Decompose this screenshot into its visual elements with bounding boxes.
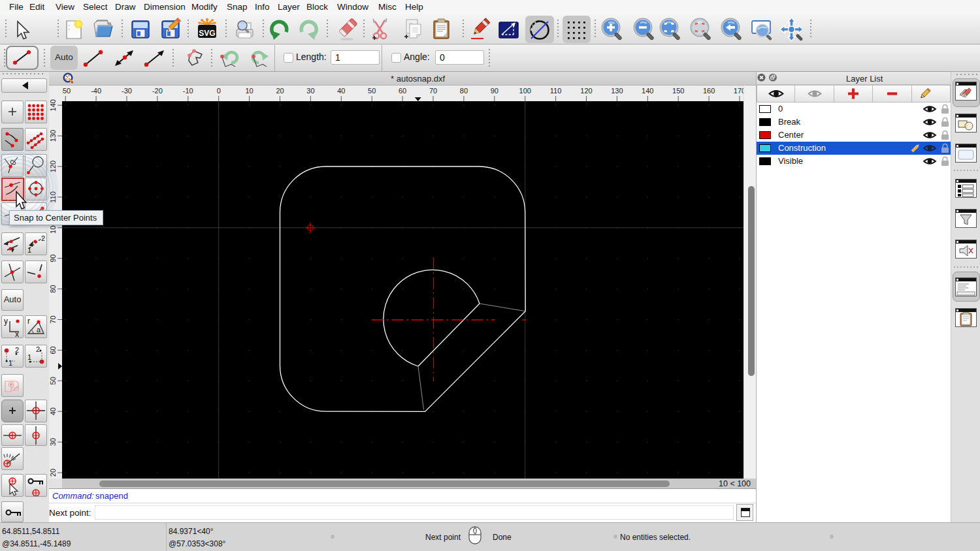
svg-text:120: 120 (49, 161, 57, 172)
svg-text:0: 0 (217, 87, 221, 95)
svg-text:1: 1 (8, 359, 12, 367)
svg-text:10: 10 (245, 87, 253, 95)
svg-text:1: 1 (27, 353, 31, 361)
svg-text:40: 40 (49, 407, 57, 415)
svg-text:-50: -50 (62, 87, 71, 95)
svg-text:1: 1 (27, 246, 31, 254)
svg-text:150: 150 (672, 87, 684, 95)
svg-text:50: 50 (368, 87, 376, 95)
svg-text:130: 130 (611, 87, 623, 95)
svg-text:160: 160 (703, 87, 715, 95)
svg-text:-30: -30 (122, 87, 132, 95)
svg-text:100: 100 (519, 87, 531, 95)
svg-text:140: 140 (642, 87, 653, 95)
svg-text:170: 170 (734, 87, 743, 95)
svg-text:y: y (4, 317, 8, 326)
svg-text:20: 20 (49, 469, 57, 477)
svg-text:2: 2 (41, 234, 45, 242)
svg-text:-40: -40 (91, 87, 101, 95)
svg-text:2: 2 (36, 345, 40, 353)
svg-text:40: 40 (337, 87, 345, 95)
svg-text:a: a (37, 326, 41, 334)
svg-text:2: 2 (15, 346, 19, 354)
svg-text:20: 20 (276, 87, 284, 95)
svg-text:130: 130 (49, 130, 57, 142)
svg-text:70: 70 (429, 87, 437, 95)
svg-text:110: 110 (550, 87, 562, 95)
svg-text:-10: -10 (183, 87, 193, 95)
svg-text:50: 50 (49, 377, 57, 385)
svg-text:140: 140 (49, 99, 57, 111)
svg-text:70: 70 (49, 315, 57, 323)
svg-text:90: 90 (49, 255, 57, 262)
svg-text:60: 60 (49, 346, 57, 354)
svg-text:90: 90 (491, 87, 498, 95)
svg-text:-20: -20 (152, 87, 163, 95)
svg-text:120: 120 (580, 87, 592, 95)
svg-text:SVG: SVG (199, 29, 215, 38)
svg-text:30: 30 (49, 438, 57, 446)
svg-text:110: 110 (49, 191, 57, 203)
svg-text:80: 80 (49, 285, 57, 292)
svg-text:r: r (27, 317, 30, 326)
svg-text:60: 60 (399, 87, 406, 95)
svg-text:x: x (15, 330, 19, 338)
svg-text:80: 80 (460, 87, 468, 95)
svg-text:30: 30 (306, 87, 314, 95)
